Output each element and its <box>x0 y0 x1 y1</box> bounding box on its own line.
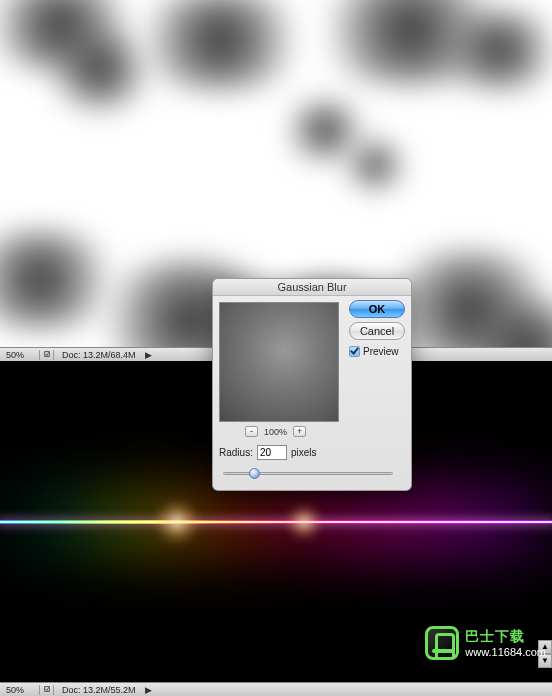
browse-icon[interactable] <box>40 685 54 695</box>
gaussian-blur-dialog: Gaussian Blur - 100% + Radius: pixels OK… <box>212 278 412 491</box>
doc-info: Doc: 13.2M/68.4M <box>54 350 144 360</box>
doc-info: Doc: 13.2M/55.2M <box>54 685 144 695</box>
rainbow-core <box>0 521 552 523</box>
watermark-logo-icon <box>425 626 459 660</box>
browse-icon[interactable] <box>40 350 54 360</box>
preview-checkbox-label: Preview <box>363 346 399 357</box>
cloud-texture <box>40 30 160 110</box>
preview-zoom-value: 100% <box>264 427 287 437</box>
info-flyout-arrow-icon[interactable]: ▶ <box>144 685 154 695</box>
info-flyout-arrow-icon[interactable]: ▶ <box>144 350 154 360</box>
preview-checkbox[interactable] <box>349 346 360 357</box>
zoom-percent[interactable]: 50% <box>0 350 40 360</box>
radius-slider[interactable] <box>223 466 393 480</box>
lens-flare <box>152 497 202 547</box>
zoom-percent[interactable]: 50% <box>0 685 40 695</box>
radius-unit: pixels <box>291 447 317 458</box>
filter-preview[interactable] <box>219 302 339 422</box>
radius-input[interactable] <box>257 445 287 460</box>
watermark-url: www.11684.com <box>465 646 546 658</box>
dialog-title[interactable]: Gaussian Blur <box>213 279 411 296</box>
preview-checkbox-row[interactable]: Preview <box>349 346 405 357</box>
slider-thumb[interactable] <box>249 468 260 479</box>
cancel-button[interactable]: Cancel <box>349 322 405 340</box>
radius-label: Radius: <box>219 447 253 458</box>
bottom-status-bar: 50% Doc: 13.2M/55.2M ▶ <box>0 682 552 696</box>
zoom-in-button[interactable]: + <box>293 426 306 437</box>
lens-flare <box>284 502 324 542</box>
zoom-out-button[interactable]: - <box>245 426 258 437</box>
watermark: 巴士下载 www.11684.com <box>425 626 546 660</box>
cloud-texture <box>340 140 410 190</box>
watermark-title: 巴士下载 <box>465 628 546 646</box>
ok-button[interactable]: OK <box>349 300 405 318</box>
